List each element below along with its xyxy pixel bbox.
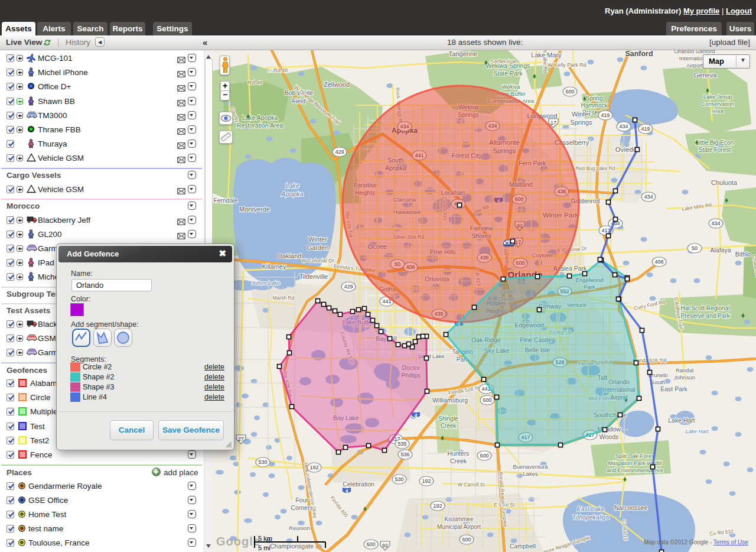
svg-text:Wekiva: Wekiva (502, 83, 521, 90)
svg-text:Florida 400: Florida 400 (329, 495, 349, 518)
svg-text:Little Big Econ: Little Big Econ (696, 139, 734, 146)
svg-text:Lake Jesup: Lake Jesup (703, 93, 732, 100)
svg-text:429: 429 (335, 149, 344, 155)
svg-text:192: 192 (309, 465, 318, 470)
svg-text:Spring: Spring (586, 95, 603, 102)
svg-text:434: 434 (619, 124, 628, 129)
svg-text:Google: Google (216, 535, 260, 548)
svg-text:Apopka: Apopka (281, 190, 303, 197)
svg-text:Ferndale: Ferndale (213, 197, 238, 204)
svg-text:Map data ©2012 Google - Terms: Map data ©2012 Google - Terms of Use (644, 539, 748, 545)
svg-text:Municipal Airport: Municipal Airport (437, 524, 481, 530)
svg-text:State Park: State Park (493, 70, 523, 77)
svg-text:Alafaya: Alafaya (710, 246, 731, 254)
svg-text:Reunion: Reunion (289, 525, 309, 531)
svg-text:Randal: Randal (676, 367, 693, 374)
svg-text:Shingle: Shingle (438, 415, 458, 422)
svg-text:Lake: Lake (285, 182, 299, 189)
svg-text:27: 27 (238, 436, 244, 442)
svg-text:192: 192 (422, 478, 431, 484)
svg-text:Sanford: Sanford (625, 50, 653, 58)
svg-text:17: 17 (550, 120, 556, 126)
svg-text:Tildenville: Tildenville (299, 273, 328, 280)
svg-text:Conservation: Conservation (701, 100, 734, 107)
svg-text:Narcoossee: Narcoossee (614, 504, 647, 511)
svg-text:4: 4 (415, 413, 418, 418)
svg-text:535: 535 (397, 441, 406, 447)
svg-text:Kissimmee: Kissimmee (445, 516, 474, 522)
svg-text:Campbell: Campbell (510, 543, 536, 550)
svg-text:Airport: Airport (686, 62, 703, 69)
svg-text:Johns Lake: Johns Lake (251, 280, 281, 286)
svg-text:Bithlo: Bithlo (735, 251, 751, 258)
svg-text:Championsgate: Championsgate (270, 543, 314, 550)
svg-text:600: 600 (480, 453, 488, 459)
svg-text:536: 536 (400, 452, 409, 457)
svg-text:429: 429 (344, 284, 353, 290)
svg-text:50: 50 (692, 245, 698, 251)
svg-text:Wekiwa Springs: Wekiwa Springs (485, 62, 530, 69)
svg-text:530: 530 (258, 459, 267, 465)
svg-text:Four: Four (295, 496, 308, 504)
svg-text:Rd 48: Rd 48 (248, 80, 262, 86)
svg-text:Winter: Winter (572, 111, 591, 118)
svg-text:Hammock: Hammock (581, 102, 608, 109)
svg-text:Geneva: Geneva (694, 72, 717, 79)
svg-text:Buenaventura: Buenaventura (513, 463, 548, 470)
svg-text:Orlando Sanford: Orlando Sanford (674, 50, 715, 54)
svg-text:530: 530 (395, 476, 403, 482)
svg-text:Lake Hart: Lake Hart (668, 417, 695, 424)
svg-text:State Forest: State Forest (699, 147, 731, 153)
svg-text:Springs: Springs (570, 119, 592, 126)
svg-text:Chuluota: Chuluota (711, 179, 738, 186)
svg-text:Oviedo: Oviedo (615, 146, 637, 153)
svg-text:600: 600 (366, 541, 375, 547)
svg-text:Creek: Creek (441, 423, 457, 429)
svg-text:Woods: Woods (599, 433, 619, 440)
svg-text:Lake Mills Rd: Lake Mills Rd (682, 202, 712, 212)
svg-text:Zellwood: Zellwood (324, 81, 350, 88)
svg-text:South: South (651, 379, 666, 385)
svg-text:W Kelly Park Rd: W Kelly Park Rd (548, 62, 586, 68)
svg-text:Killarney: Killarney (262, 263, 286, 270)
svg-text:Creek: Creek (450, 457, 467, 465)
svg-text:5 mi: 5 mi (258, 544, 271, 551)
svg-text:Lake Mary: Lake Mary (531, 51, 562, 59)
svg-text:Johnson: Johnson (674, 374, 695, 381)
svg-text:Lake Hart: Lake Hart (685, 428, 709, 434)
svg-text:434: 434 (644, 194, 653, 200)
svg-text:192: 192 (433, 503, 442, 509)
svg-text:Split Oak Fores: Split Oak Fores (615, 453, 654, 459)
svg-text:Lake Apopka: Lake Apopka (242, 114, 278, 121)
svg-text:Tohopekaliga: Tohopekaliga (572, 514, 609, 521)
svg-text:Oakland: Oakland (278, 252, 302, 259)
svg-text:Area: Area (712, 108, 724, 114)
svg-text:Preserve and Park: Preserve and Park (681, 313, 731, 319)
svg-text:434: 434 (711, 220, 720, 226)
svg-text:Williamsburg: Williamsburg (432, 397, 468, 404)
svg-text:419: 419 (641, 126, 650, 132)
svg-text:Hal Scott Regional: Hal Scott Regional (681, 305, 730, 311)
svg-text:Red Bug Lake Rd: Red Bug Lake Rd (575, 165, 615, 171)
svg-text:East Park: East Park (660, 385, 687, 392)
svg-text:W Colonial Dr: W Colonial Dr (301, 258, 334, 264)
svg-text:600: 600 (483, 397, 491, 403)
svg-text:419: 419 (601, 112, 610, 118)
svg-text:Marsh Rd: Marsh Rd (273, 295, 295, 301)
svg-text:W Carroll St: W Carroll St (458, 482, 485, 488)
svg-text:Lakes: Lakes (523, 470, 538, 477)
svg-text:408: 408 (654, 259, 663, 265)
svg-text:Garden: Garden (307, 244, 329, 251)
svg-text:5 km: 5 km (258, 535, 272, 542)
svg-text:600: 600 (565, 89, 574, 95)
svg-text:Celebration: Celebration (343, 480, 374, 488)
svg-text:4: 4 (346, 488, 348, 494)
svg-text:East Lake: East Lake (577, 505, 605, 512)
svg-text:Winter: Winter (308, 236, 327, 243)
svg-text:Tangerine: Tangerine (449, 50, 477, 57)
svg-text:600: 600 (462, 537, 471, 543)
svg-text:92: 92 (382, 543, 388, 548)
svg-text:Montverde: Montverde (239, 206, 270, 213)
svg-text:Field: Field (292, 98, 306, 105)
svg-text:Corners: Corners (291, 504, 312, 511)
